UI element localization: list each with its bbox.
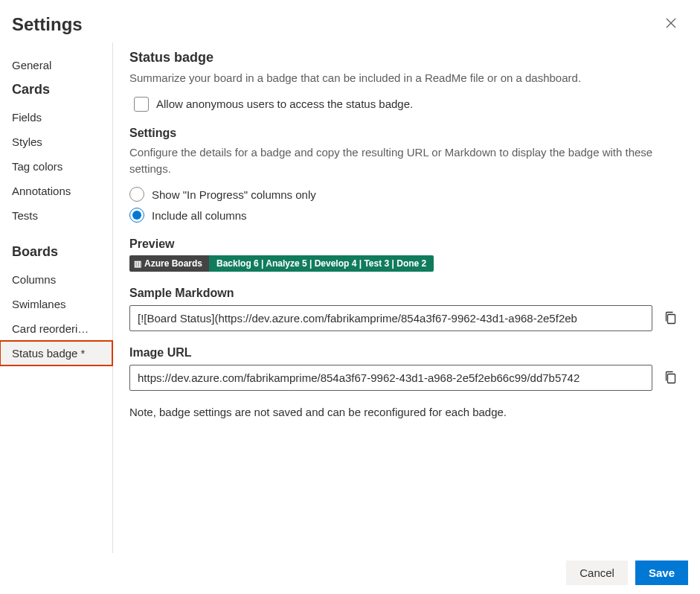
sidebar-heading-boards: Boards [12,244,106,260]
preview-heading: Preview [129,237,684,251]
radio-inprogress-label: Show "In Progress" columns only [152,188,316,201]
sidebar-item-fields[interactable]: Fields [12,105,106,130]
sidebar-item-tests[interactable]: Tests [12,203,106,228]
page-title: Settings [12,14,83,35]
copy-imageurl-button[interactable] [657,364,684,391]
imageurl-input[interactable] [129,365,652,391]
markdown-input[interactable] [129,305,652,331]
allow-anonymous-checkbox[interactable] [134,97,149,112]
cancel-button[interactable]: Cancel [566,561,628,585]
settings-description: Configure the details for a badge and co… [129,144,684,177]
copy-markdown-button[interactable] [657,304,684,331]
sidebar-item-status-badge[interactable]: Status badge * [0,341,112,365]
radio-all-label: Include all columns [152,209,247,222]
content-description: Summarize your board in a badge that can… [129,70,684,86]
sidebar-item-columns[interactable]: Columns [12,267,106,292]
imageurl-heading: Image URL [129,346,684,360]
sidebar-item-swimlanes[interactable]: Swimlanes [12,292,106,316]
status-badge-preview: ▥ Azure Boards Backlog 6 | Analyze 5 | D… [129,255,434,272]
sidebar-item-styles[interactable]: Styles [12,130,106,154]
radio-inprogress-row[interactable]: Show "In Progress" columns only [129,187,684,202]
radio-inprogress[interactable] [129,187,144,202]
radio-all-row[interactable]: Include all columns [129,208,684,223]
markdown-heading: Sample Markdown [129,287,684,300]
badge-left-text: Azure Boards [144,258,202,269]
sidebar-item-tag-colors[interactable]: Tag colors [12,154,106,179]
content-panel: Status badge Summarize your board in a b… [113,42,700,553]
sidebar-item-card-reordering[interactable]: Card reorderi… [12,316,106,341]
svg-rect-0 [668,315,675,324]
allow-anonymous-label: Allow anonymous users to access the stat… [156,98,413,110]
svg-rect-1 [668,374,675,383]
sidebar-item-annotations[interactable]: Annotations [12,179,106,203]
close-icon[interactable] [660,13,682,35]
radio-all[interactable] [129,208,144,223]
azure-boards-icon: ▥ [134,259,141,269]
settings-heading: Settings [129,127,684,140]
save-button[interactable]: Save [635,561,688,585]
content-title: Status badge [129,50,684,66]
copy-icon [664,371,676,384]
copy-icon [664,311,676,325]
sidebar: General Cards Fields Styles Tag colors A… [0,42,113,553]
sidebar-item-general[interactable]: General [12,53,106,77]
note-text: Note, badge settings are not saved and c… [129,406,684,418]
sidebar-heading-cards: Cards [12,82,106,98]
badge-right-text: Backlog 6 | Analyze 5 | Develop 4 | Test… [209,255,434,272]
